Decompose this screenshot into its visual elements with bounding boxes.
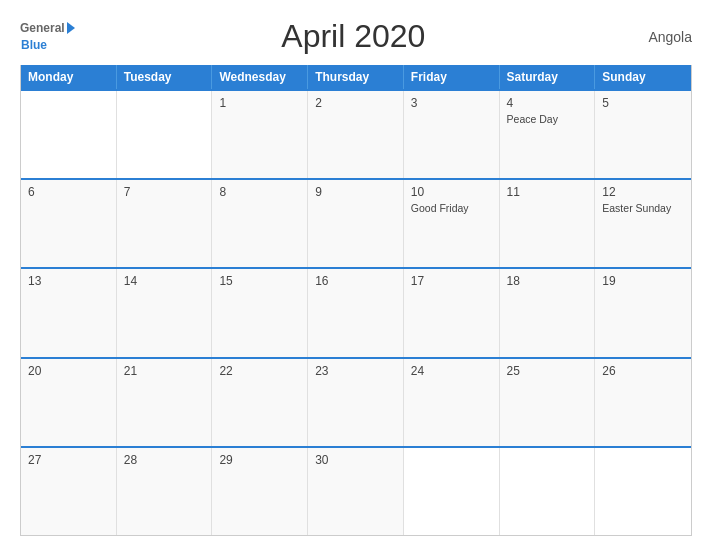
day-cell [117, 91, 213, 178]
day-cell: 10Good Friday [404, 180, 500, 267]
header-cell-saturday: Saturday [500, 65, 596, 89]
day-number: 25 [507, 364, 588, 378]
day-cell: 8 [212, 180, 308, 267]
day-number: 12 [602, 185, 684, 199]
header-cell-wednesday: Wednesday [212, 65, 308, 89]
day-cell: 27 [21, 448, 117, 535]
day-cell [21, 91, 117, 178]
day-cell: 25 [500, 359, 596, 446]
country-label: Angola [632, 29, 692, 45]
day-cell: 11 [500, 180, 596, 267]
day-number: 8 [219, 185, 300, 199]
day-number: 9 [315, 185, 396, 199]
day-number: 27 [28, 453, 109, 467]
day-cell: 19 [595, 269, 691, 356]
day-cell: 30 [308, 448, 404, 535]
day-cell: 14 [117, 269, 213, 356]
day-number: 22 [219, 364, 300, 378]
day-number: 20 [28, 364, 109, 378]
day-cell: 2 [308, 91, 404, 178]
day-cell: 16 [308, 269, 404, 356]
calendar-page: General Blue April 2020 Angola MondayTue… [0, 0, 712, 550]
header-cell-sunday: Sunday [595, 65, 691, 89]
logo-arrow-icon [67, 22, 75, 34]
calendar-weeks: 1234Peace Day5678910Good Friday1112Easte… [21, 89, 691, 535]
day-cell: 1 [212, 91, 308, 178]
day-cell: 6 [21, 180, 117, 267]
day-number: 7 [124, 185, 205, 199]
day-number: 24 [411, 364, 492, 378]
header-cell-friday: Friday [404, 65, 500, 89]
header-cell-tuesday: Tuesday [117, 65, 213, 89]
header-cell-thursday: Thursday [308, 65, 404, 89]
day-cell: 13 [21, 269, 117, 356]
day-cell [404, 448, 500, 535]
day-cell: 15 [212, 269, 308, 356]
day-number: 26 [602, 364, 684, 378]
day-cell [500, 448, 596, 535]
calendar: MondayTuesdayWednesdayThursdayFridaySatu… [20, 65, 692, 536]
day-number: 5 [602, 96, 684, 110]
day-cell: 20 [21, 359, 117, 446]
page-title: April 2020 [75, 18, 632, 55]
day-number: 30 [315, 453, 396, 467]
day-cell: 12Easter Sunday [595, 180, 691, 267]
day-number: 6 [28, 185, 109, 199]
logo: General Blue [20, 21, 75, 53]
day-number: 18 [507, 274, 588, 288]
day-cell: 4Peace Day [500, 91, 596, 178]
day-number: 17 [411, 274, 492, 288]
day-cell: 18 [500, 269, 596, 356]
holiday-label: Peace Day [507, 113, 588, 125]
day-number: 1 [219, 96, 300, 110]
day-number: 29 [219, 453, 300, 467]
day-number: 11 [507, 185, 588, 199]
day-number: 19 [602, 274, 684, 288]
week-row-1: 1234Peace Day5 [21, 89, 691, 178]
day-number: 10 [411, 185, 492, 199]
day-cell: 7 [117, 180, 213, 267]
day-number: 28 [124, 453, 205, 467]
day-number: 14 [124, 274, 205, 288]
day-cell [595, 448, 691, 535]
day-cell: 3 [404, 91, 500, 178]
holiday-label: Good Friday [411, 202, 492, 214]
day-cell: 28 [117, 448, 213, 535]
day-number: 13 [28, 274, 109, 288]
holiday-label: Easter Sunday [602, 202, 684, 214]
logo-general-text: General [20, 21, 65, 35]
day-cell: 26 [595, 359, 691, 446]
day-number: 21 [124, 364, 205, 378]
header: General Blue April 2020 Angola [20, 18, 692, 55]
day-number: 23 [315, 364, 396, 378]
day-cell: 9 [308, 180, 404, 267]
header-cell-monday: Monday [21, 65, 117, 89]
day-cell: 17 [404, 269, 500, 356]
day-number: 3 [411, 96, 492, 110]
week-row-5: 27282930 [21, 446, 691, 535]
day-number: 16 [315, 274, 396, 288]
day-cell: 21 [117, 359, 213, 446]
logo-blue-text: Blue [21, 38, 47, 52]
day-cell: 23 [308, 359, 404, 446]
calendar-header-row: MondayTuesdayWednesdayThursdayFridaySatu… [21, 65, 691, 89]
day-number: 2 [315, 96, 396, 110]
day-number: 15 [219, 274, 300, 288]
day-cell: 22 [212, 359, 308, 446]
week-row-4: 20212223242526 [21, 357, 691, 446]
day-number: 4 [507, 96, 588, 110]
day-cell: 24 [404, 359, 500, 446]
day-cell: 29 [212, 448, 308, 535]
day-cell: 5 [595, 91, 691, 178]
week-row-2: 678910Good Friday1112Easter Sunday [21, 178, 691, 267]
week-row-3: 13141516171819 [21, 267, 691, 356]
